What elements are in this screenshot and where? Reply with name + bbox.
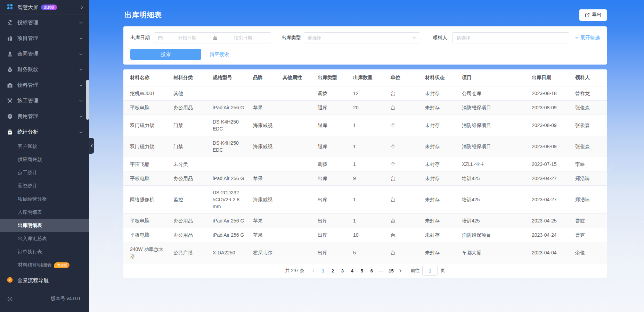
picker-input[interactable] — [452, 32, 569, 43]
table-cell: 1 — [350, 214, 387, 228]
sidebar-item-shield[interactable]: 费用管理 — [0, 109, 89, 124]
outbound-type-select[interactable]: 请选择 — [304, 32, 420, 43]
clear-search-link[interactable]: 清空搜索 — [210, 51, 229, 58]
sidebar-collapse-handle[interactable] — [89, 138, 94, 154]
table-cell: 门禁 — [170, 115, 209, 136]
table-cell: 其他 — [170, 86, 209, 101]
sidebar-menu: 投标管理项目管理合同管理财务账款物料管理施工管理费用管理统计分析客户账款供应商账… — [0, 15, 89, 272]
table-cell: 未封存 — [422, 242, 458, 263]
table-cell: 宇宙飞船 — [123, 157, 170, 171]
sidebar-submenu-item[interactable]: 项目经营分析 — [0, 193, 89, 206]
calendar-icon — [158, 35, 163, 41]
sidebar-item-stamp[interactable]: 合同管理 — [0, 46, 89, 62]
sidebar-submenu: 客户账款供应商账款点工统计薪资统计项目经营分析入库明细表出库明细表出入库汇总表订… — [0, 140, 89, 272]
chevron-down-icon — [79, 21, 83, 25]
sidebar-submenu-item[interactable]: 订单执行表 — [0, 245, 89, 259]
chevron-right-icon — [80, 5, 84, 9]
table-cell: 海康威视 — [250, 136, 279, 157]
sidebar-item-building[interactable]: 项目管理 — [0, 31, 89, 46]
sidebar-submenu-item[interactable]: 薪资统计 — [0, 179, 89, 193]
page-number[interactable]: 2 — [328, 268, 337, 273]
compass-icon — [7, 277, 13, 284]
sidebar-submenu-item[interactable]: 客户账款 — [0, 140, 89, 153]
sidebar-item-label: 统计分析 — [17, 129, 38, 135]
column-header: 出库日期 — [528, 69, 572, 86]
type-filter-label: 出库类型 — [282, 35, 301, 41]
gear-icon[interactable] — [7, 296, 13, 302]
table-cell: DS-2CD232 5CDV2-I 2.8 mm — [209, 186, 250, 214]
date-range-separator: 至 — [212, 35, 219, 41]
next-page-button[interactable] — [396, 269, 405, 273]
table-cell: 调拨 — [314, 157, 350, 171]
table-cell: 个 — [387, 157, 422, 171]
search-button[interactable]: 搜索 — [130, 49, 201, 60]
page-number[interactable]: 1 — [318, 268, 328, 273]
table-cell — [279, 136, 314, 157]
sidebar-submenu-item[interactable]: 点工统计 — [0, 166, 89, 179]
table-cell: 苹果 — [250, 171, 279, 186]
total-count-label: 共 297 条 — [285, 268, 304, 274]
sidebar-item-label: 投标管理 — [17, 19, 38, 26]
content-column: 出库明细表 导出 出库日期 开始日期 至 结束日期 出库类型 — [123, 0, 607, 278]
table-cell: 10 — [350, 228, 387, 242]
table-cell: 个 — [387, 115, 422, 136]
sidebar-item-chart-jar[interactable]: 统计分析 — [0, 124, 89, 140]
chevron-down-icon — [79, 36, 83, 41]
page-number[interactable]: 6 — [367, 268, 376, 273]
table-cell: DS-K4H250 EDC — [209, 115, 250, 136]
table-cell: 台 — [387, 186, 422, 214]
table-row: 挖机WJ001其他调拨12台未封存公司仓库2023-08-18曾祥龙 — [123, 86, 607, 101]
sidebar-item-tools[interactable]: 施工管理 — [0, 93, 89, 109]
table-cell — [279, 115, 314, 136]
sidebar-item-smart-screen[interactable]: 智慧大屏 旗舰版 — [0, 0, 89, 15]
table-cell: 平板电脑 — [123, 171, 170, 186]
date-range-input[interactable]: 开始日期 至 结束日期 — [154, 32, 271, 43]
table-cell: 办公用品 — [170, 171, 209, 186]
sidebar-submenu-item-label: 入库明细表 — [18, 209, 42, 216]
page-numbers: 123456···15 — [318, 268, 396, 273]
table-cell: 出库 — [314, 214, 350, 228]
page-number[interactable]: 15 — [386, 268, 396, 273]
sidebar-submenu-item-label: 项目经营分析 — [18, 196, 47, 202]
sidebar-submenu-item[interactable]: 入库明细表 — [0, 206, 89, 219]
sidebar-item-warehouse[interactable]: 物料管理 — [0, 77, 89, 93]
export-button[interactable]: 导出 — [579, 9, 607, 21]
table-cell: 曹霆 — [572, 214, 607, 228]
table-cell: 余俊 — [572, 242, 607, 263]
sidebar-submenu-item[interactable]: 出入库汇总表 — [0, 232, 89, 245]
expand-filters-link[interactable]: 展开筛选 — [575, 35, 600, 41]
page-number[interactable]: 4 — [347, 268, 357, 273]
sidebar-submenu-item[interactable]: 出库明细表 — [0, 219, 89, 232]
table-row: 网络摄像机监控DS-2CD232 5CDV2-I 2.8 mm海康威视出库1台未… — [123, 186, 607, 214]
column-header: 材料状态 — [422, 69, 458, 86]
table-cell: 网络摄像机 — [123, 186, 170, 214]
column-header: 材料名称 — [123, 69, 170, 86]
type-select-placeholder: 请选择 — [308, 35, 321, 41]
prev-page-button[interactable] — [309, 269, 318, 273]
page-number[interactable]: 3 — [337, 268, 347, 273]
date-start-placeholder: 开始日期 — [163, 35, 212, 41]
table-cell — [279, 171, 314, 186]
tools-icon — [7, 98, 13, 104]
sidebar-item-label: 费用管理 — [17, 113, 38, 120]
chevron-down-icon — [79, 99, 83, 103]
table-cell: 海康威视 — [250, 186, 279, 214]
table-cell: 1 — [350, 157, 387, 171]
sidebar-item-label: 物料管理 — [17, 82, 38, 88]
sidebar-scrollbar-thumb[interactable] — [86, 80, 89, 120]
sidebar-footer: 版本号:v4.0.0 — [0, 289, 89, 312]
table-cell: 平板电脑 — [123, 228, 170, 242]
table-cell: 张俊森 — [572, 115, 607, 136]
page-jump-input[interactable] — [422, 266, 438, 276]
sidebar-submenu-item[interactable]: 材料结算明细表专业版 — [0, 259, 89, 272]
sidebar-item-gavel[interactable]: 投标管理 — [0, 15, 89, 31]
version-label: 版本号:v4.0.0 — [51, 296, 80, 302]
sidebar-submenu-item[interactable]: 供应商账款 — [0, 153, 89, 166]
table-cell: 办公用品 — [170, 228, 209, 242]
page-number[interactable]: 5 — [357, 268, 367, 273]
sidebar-item-process-nav[interactable]: 全景流程导航 — [0, 272, 89, 289]
sidebar-submenu-item-label: 出入库汇总表 — [18, 236, 47, 242]
table-cell: 1 — [350, 186, 387, 214]
chevron-down-icon — [79, 130, 83, 134]
sidebar-item-money-bag[interactable]: 财务账款 — [0, 62, 89, 77]
